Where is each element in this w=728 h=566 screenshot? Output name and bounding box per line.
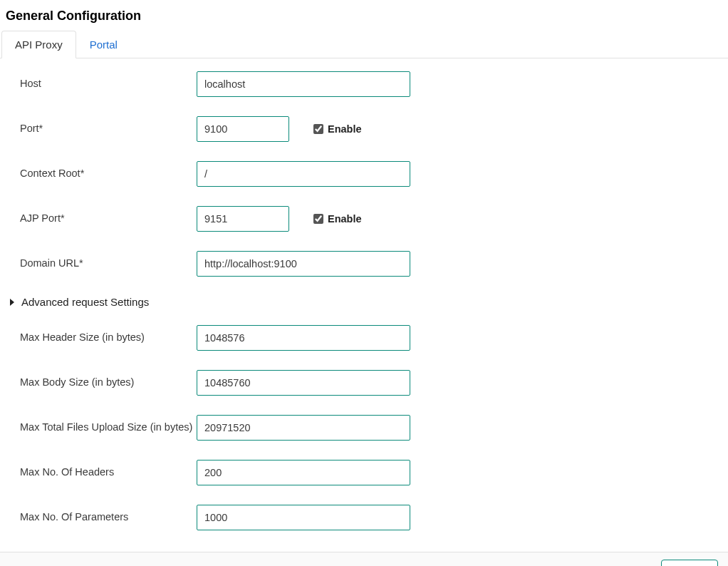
chevron-right-icon (7, 297, 17, 307)
max-header-size-input[interactable] (197, 325, 410, 351)
host-label: Host (20, 71, 197, 91)
tab-api-proxy[interactable]: API Proxy (1, 31, 76, 58)
port-input[interactable] (197, 116, 289, 142)
max-headers-input[interactable] (197, 460, 410, 485)
ajp-port-enable-label: Enable (328, 213, 362, 225)
ajp-port-label: AJP Port* (20, 206, 197, 226)
max-files-upload-input[interactable] (197, 415, 410, 441)
max-headers-label: Max No. Of Headers (20, 460, 197, 480)
tab-portal[interactable]: Portal (76, 31, 131, 58)
max-files-upload-label: Max Total Files Upload Size (in bytes) (20, 415, 197, 435)
context-root-label: Context Root* (20, 161, 197, 181)
page-title: General Configuration (0, 0, 728, 31)
max-header-size-label: Max Header Size (in bytes) (20, 325, 197, 345)
max-parameters-input[interactable] (197, 505, 410, 530)
footer-bar: Save (0, 552, 728, 566)
port-enable-checkbox[interactable] (313, 124, 323, 134)
host-input[interactable] (197, 71, 410, 97)
max-body-size-input[interactable] (197, 370, 410, 396)
max-body-size-label: Max Body Size (in bytes) (20, 370, 197, 390)
tab-bar: API Proxy Portal (0, 31, 728, 58)
form-area: Host Port* Enable Context Root* AJP Port… (0, 58, 728, 530)
advanced-settings-label: Advanced request Settings (21, 296, 149, 308)
ajp-port-enable-checkbox[interactable] (313, 214, 323, 224)
context-root-input[interactable] (197, 161, 410, 187)
port-label: Port* (20, 116, 197, 136)
domain-url-input[interactable] (197, 251, 410, 277)
ajp-port-input[interactable] (197, 206, 289, 232)
advanced-settings-toggle[interactable]: Advanced request Settings (7, 296, 721, 308)
port-enable-label: Enable (328, 123, 362, 135)
save-button[interactable]: Save (661, 560, 718, 566)
domain-url-label: Domain URL* (20, 251, 197, 271)
max-parameters-label: Max No. Of Parameters (20, 505, 197, 525)
